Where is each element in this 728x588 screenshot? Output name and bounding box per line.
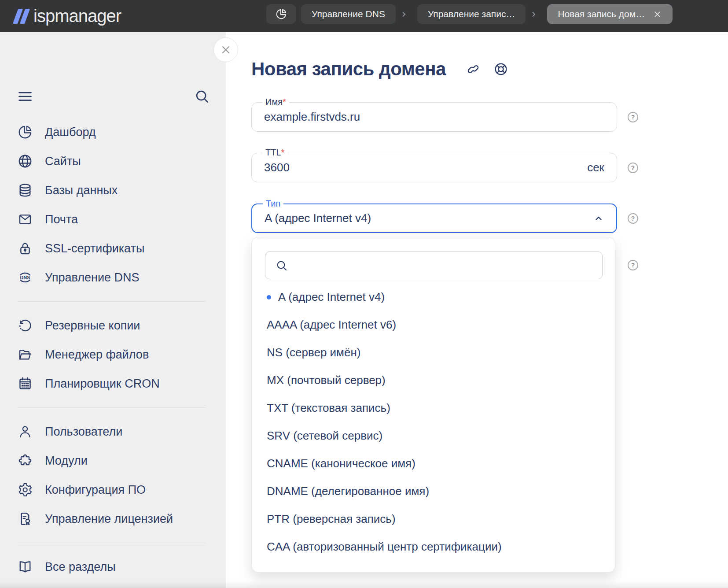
globe-icon [17, 153, 33, 170]
breadcrumb: Управление DNS Управление запис… Новая з… [266, 4, 673, 25]
ttl-input[interactable] [252, 153, 617, 182]
type-dropdown-panel: A (адрес Internet v4) AAAA (адрес Intern… [251, 237, 615, 573]
option-label: PTR (реверсная запись) [267, 512, 396, 526]
sidebar-divider [18, 301, 206, 302]
svg-text:?: ? [631, 114, 635, 121]
dropdown-option-mx[interactable]: MX (почтовый сервер) [252, 366, 615, 394]
dropdown-option-aaaa[interactable]: AAAA (адрес Internet v6) [252, 311, 615, 339]
mail-icon [17, 211, 33, 228]
dropdown-option-a[interactable]: A (адрес Internet v4) [252, 283, 615, 311]
close-icon [219, 43, 232, 56]
sidebar-item-label: Сайты [45, 155, 81, 168]
calendar-icon [17, 375, 33, 392]
name-help-button[interactable]: ? [626, 111, 640, 124]
dropdown-option-cname[interactable]: CNAME (каноническое имя) [252, 450, 615, 477]
dropdown-option-srv[interactable]: SRV (сетевой сервис) [252, 422, 615, 450]
search-icon[interactable] [194, 88, 210, 105]
dropdown-search-input[interactable] [265, 252, 602, 279]
sidebar-item-all-sections[interactable]: Все разделы [0, 552, 226, 581]
dropdown-search [265, 251, 603, 279]
sidebar-item-label: Пользователи [45, 425, 122, 439]
main-panel: Новая запись домена Имя* ? TTL* [226, 32, 728, 588]
dropdown-option-txt[interactable]: TXT (текстовая запись) [252, 394, 615, 422]
dropdown-option-caa[interactable]: CAA (авторизованный центр сертификации) [252, 533, 615, 561]
close-icon[interactable] [653, 10, 662, 19]
name-input[interactable] [252, 103, 617, 131]
ttl-unit-suffix: сек [587, 153, 604, 182]
svg-text:?: ? [631, 262, 635, 269]
ispmanager-logo: ispmanager [15, 6, 121, 26]
sidebar-divider [18, 543, 206, 543]
logo-text: ispmanager [33, 6, 121, 26]
sidebar-item-backups[interactable]: Резервные копии [0, 311, 226, 340]
sidebar-item-label: Конфигурация ПО [45, 483, 146, 497]
dropdown-option-dname[interactable]: DNAME (делегированное имя) [252, 477, 615, 505]
sidebar-item-mail[interactable]: Почта [0, 205, 226, 234]
sidebar-item-ssl-certificates[interactable]: SSL-сертификаты [0, 234, 226, 263]
option-label: CNAME (каноническое имя) [267, 457, 415, 470]
question-icon: ? [626, 111, 640, 124]
name-field: Имя* [251, 102, 617, 132]
user-icon [17, 423, 33, 440]
restore-icon [17, 317, 33, 334]
svg-text:?: ? [631, 215, 635, 222]
type-select-field[interactable]: Тип A (адрес Internet v4) [251, 203, 617, 233]
svg-text:?: ? [631, 165, 635, 171]
sidebar-item-label: Дашборд [45, 126, 96, 139]
type-select-value: A (адрес Internet v4) [252, 204, 616, 232]
hamburger-menu-icon[interactable] [17, 88, 33, 105]
sidebar-item-label: Планировщик CRON [45, 377, 160, 391]
logo-slashes-icon [15, 9, 27, 24]
option-label: MX (почтовый сервер) [267, 374, 386, 387]
database-icon [17, 182, 33, 199]
sidebar-item-users[interactable]: Пользователи [0, 417, 226, 446]
topbar: ispmanager Управление DNS Управление зап… [0, 0, 728, 32]
book-icon [17, 558, 33, 575]
sidebar-item-label: Управление DNS [45, 271, 140, 285]
license-icon [17, 510, 33, 527]
tab-records-management[interactable]: Управление запис… [417, 4, 526, 24]
sidebar-item-license-management[interactable]: Управление лицензией [0, 504, 226, 533]
ttl-help-button[interactable]: ? [626, 161, 640, 174]
app-window: ispmanager Управление DNS Управление зап… [0, 0, 728, 588]
dns-icon: DNS [17, 269, 33, 286]
option-label: AAAA (адрес Internet v6) [267, 318, 396, 332]
question-icon: ? [626, 212, 640, 225]
lock-icon [17, 240, 33, 257]
sidebar-item-label: Все разделы [45, 560, 116, 574]
tab-label: Новая запись дом… [558, 9, 645, 19]
sidebar-item-label: Почта [45, 213, 78, 226]
sidebar-item-software-configuration[interactable]: Конфигурация ПО [0, 475, 226, 504]
sidebar-item-label: Базы данных [45, 184, 118, 197]
option-label: CAA (авторизованный центр сертификации) [267, 540, 502, 554]
dropdown-option-ptr[interactable]: PTR (реверсная запись) [252, 505, 615, 533]
puzzle-icon [17, 452, 33, 469]
dropdown-option-ns[interactable]: NS (сервер имён) [252, 339, 615, 366]
tab-dns-management[interactable]: Управление DNS [301, 4, 396, 24]
sidebar-item-databases[interactable]: Базы данных [0, 176, 226, 205]
sidebar-item-dashboard[interactable]: Дашборд [0, 118, 226, 147]
option-label: DNAME (делегированное имя) [267, 484, 429, 498]
value-help-button[interactable]: ? [626, 259, 640, 272]
sidebar-item-dns-management[interactable]: DNS Управление DNS [0, 263, 226, 292]
lifebuoy-icon[interactable] [493, 62, 508, 77]
chevron-up-icon[interactable] [593, 204, 604, 232]
folder-icon [17, 346, 33, 363]
dropdown-options-list: A (адрес Internet v4) AAAA (адрес Intern… [252, 283, 615, 561]
ttl-field: TTL* сек [251, 153, 617, 182]
question-icon: ? [626, 259, 640, 272]
sidebar-item-cron-scheduler[interactable]: Планировщик CRON [0, 369, 226, 398]
option-label: SRV (сетевой сервис) [267, 429, 382, 443]
chevron-right-icon [401, 11, 407, 18]
sidebar-item-modules[interactable]: Модули [0, 446, 226, 475]
sidebar-item-label: Модули [45, 454, 88, 468]
sidebar: Дашборд Сайты Базы данных [0, 32, 226, 588]
selected-dot-icon [267, 295, 271, 300]
tab-new-domain-record[interactable]: Новая запись дом… [547, 4, 673, 24]
panel-close-button[interactable] [213, 37, 238, 62]
type-help-button[interactable]: ? [626, 212, 640, 225]
sidebar-item-file-manager[interactable]: Менеджер файлов [0, 340, 226, 369]
dashboard-tab-button[interactable] [266, 4, 296, 24]
link-icon[interactable] [466, 62, 480, 76]
sidebar-item-sites[interactable]: Сайты [0, 147, 226, 176]
